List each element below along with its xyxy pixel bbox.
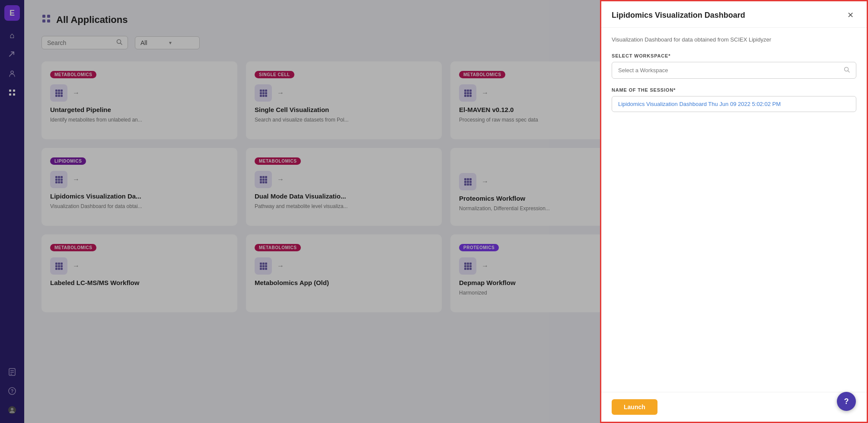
modal-panel: Lipidomics Visualization Dashboard ✕ Vis… — [600, 0, 868, 423]
modal-subtitle: Visualization Dashboard for data obtaine… — [612, 36, 856, 43]
launch-button[interactable]: Launch — [612, 399, 657, 415]
workspace-label: SELECT WORKSPACE* — [612, 53, 856, 58]
help-fab-icon: ? — [844, 397, 849, 406]
modal-header: Lipidomics Visualization Dashboard ✕ — [601, 1, 867, 28]
workspace-input-wrapper[interactable] — [612, 62, 856, 79]
workspace-search-icon — [844, 67, 850, 74]
session-label: NAME OF THE SESSION* — [612, 87, 856, 93]
workspace-input[interactable] — [618, 67, 844, 74]
modal-body: Visualization Dashboard for data obtaine… — [601, 28, 867, 392]
modal-title: Lipidomics Visualization Dashboard — [612, 11, 745, 20]
modal-close-button[interactable]: ✕ — [844, 9, 856, 21]
svg-line-128 — [848, 71, 850, 73]
modal-overlay: Lipidomics Visualization Dashboard ✕ Vis… — [0, 0, 868, 423]
modal-footer: Launch — [601, 392, 867, 422]
help-fab[interactable]: ? — [837, 392, 856, 411]
session-name-input[interactable] — [612, 96, 856, 112]
